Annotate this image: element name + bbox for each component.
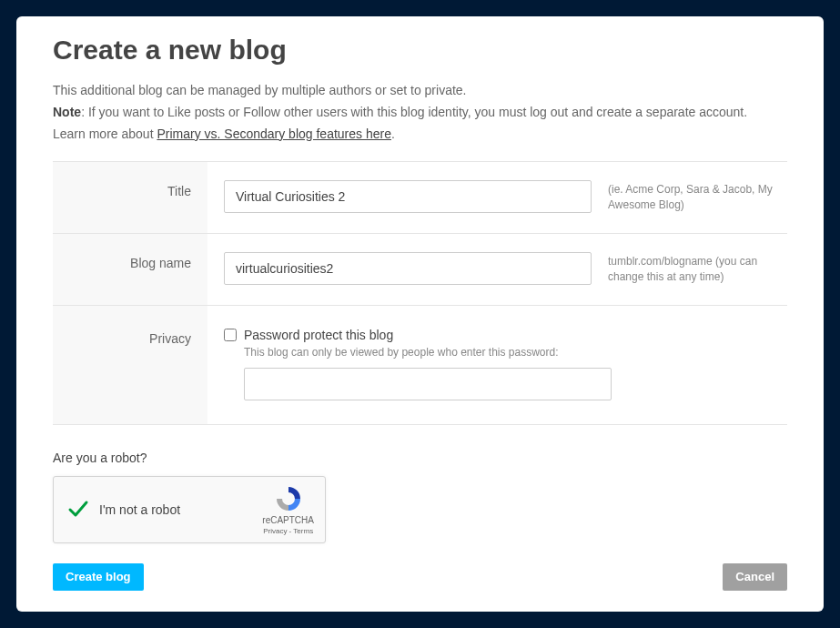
privacy-label: Privacy (53, 306, 207, 424)
title-label: Title (53, 162, 207, 233)
form-table: Title (ie. Acme Corp, Sara & Jacob, My A… (53, 161, 787, 424)
privacy-row: Privacy Password protect this blog This … (53, 306, 787, 425)
intro-note: Note: If you want to Like posts or Follo… (53, 102, 787, 124)
blogname-input[interactable] (224, 252, 592, 285)
checkmark-icon (65, 496, 92, 523)
privacy-input-cell: Password protect this blog This blog can… (207, 306, 608, 424)
title-input-cell (207, 162, 608, 233)
create-blog-dialog: Create a new blog This additional blog c… (16, 16, 824, 612)
blogname-label: Blog name (53, 234, 207, 305)
privacy-checkbox-wrapper[interactable]: Password protect this blog (224, 328, 592, 342)
intro-line-1: This additional blog can be managed by m… (53, 80, 787, 102)
robot-section: Are you a robot? I'm not a robot reCAPTC… (53, 451, 787, 543)
blogname-row: Blog name tumblr.com/blogname (you can c… (53, 234, 787, 306)
privacy-hint (608, 306, 787, 424)
title-input[interactable] (224, 180, 592, 213)
blog-password-input[interactable] (244, 368, 612, 400)
recaptcha-logo-icon (274, 484, 303, 513)
recaptcha-links: Privacy - Terms (262, 527, 314, 535)
page-title: Create a new blog (53, 35, 787, 66)
robot-question: Are you a robot? (53, 451, 787, 465)
blogname-input-cell (207, 234, 608, 305)
recaptcha-branding: reCAPTCHA Privacy - Terms (262, 484, 314, 535)
learn-prefix: Learn more about (53, 127, 157, 141)
learn-suffix: . (391, 127, 395, 141)
cancel-button[interactable]: Cancel (723, 563, 787, 591)
recaptcha-widget[interactable]: I'm not a robot reCAPTCHA Privacy - Term… (53, 476, 326, 543)
password-protect-checkbox[interactable] (224, 329, 237, 341)
title-hint: (ie. Acme Corp, Sara & Jacob, My Awesome… (608, 162, 787, 233)
privacy-description: This blog can only be viewed by people w… (244, 346, 592, 359)
password-protect-label: Password protect this blog (244, 328, 393, 342)
blogname-hint: tumblr.com/blogname (you can change this… (608, 234, 787, 305)
recaptcha-label: I'm not a robot (99, 502, 262, 517)
intro-learn: Learn more about Primary vs. Secondary b… (53, 124, 787, 146)
recaptcha-privacy-link[interactable]: Privacy (263, 527, 287, 535)
note-label: Note (53, 105, 81, 119)
title-row: Title (ie. Acme Corp, Sara & Jacob, My A… (53, 162, 787, 234)
create-blog-button[interactable]: Create blog (53, 563, 144, 591)
recaptcha-terms-link[interactable]: Terms (293, 527, 313, 535)
recaptcha-brand: reCAPTCHA (262, 515, 314, 525)
note-text: : If you want to Like posts or Follow ot… (81, 105, 747, 119)
dialog-actions: Create blog Cancel (53, 563, 787, 591)
intro-text: This additional blog can be managed by m… (53, 80, 787, 145)
primary-secondary-link[interactable]: Primary vs. Secondary blog features here (157, 127, 391, 141)
